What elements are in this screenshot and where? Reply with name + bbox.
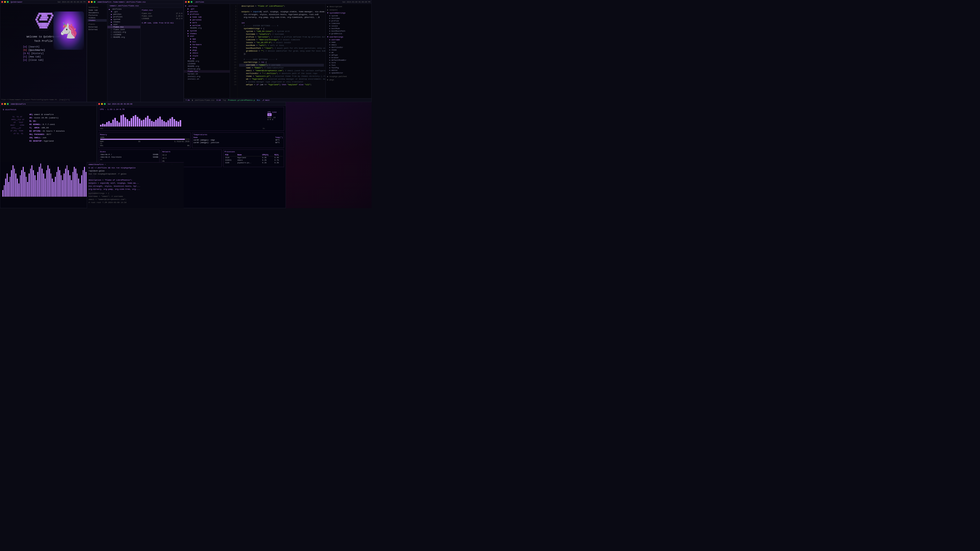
- fm-sidebar-pictures[interactable]: Pictures: [88, 14, 107, 17]
- fm-item-flakenix[interactable]: □ flake.nix: [107, 26, 140, 28]
- tree-installsh[interactable]: install.sh: [184, 78, 230, 80]
- tree-git[interactable]: ▶ .git: [184, 7, 230, 10]
- tree-readme-profiles[interactable]: README.org: [184, 27, 230, 29]
- tree-desktop-png[interactable]: desktop.png: [184, 68, 230, 70]
- fm-item-installog[interactable]: □ install.org: [107, 31, 140, 33]
- code-line-12: profile = "personal"; # select a profile…: [239, 36, 324, 38]
- tree-patches[interactable]: ▶ patches: [184, 10, 230, 13]
- neo-de-value: hyprland: [44, 139, 54, 143]
- tree-pkgs[interactable]: ▶ pkgs: [184, 49, 230, 52]
- tree-flakenix[interactable]: flake.nix: [184, 70, 230, 73]
- fm-item-profiles[interactable]: ▶ profiles: [107, 16, 140, 18]
- neo-max-dot[interactable]: [7, 103, 9, 105]
- mem-time-r: 0%: [187, 144, 189, 147]
- cpu-bar-item: [167, 121, 169, 127]
- tree-bin[interactable]: ▶ bin: [184, 40, 230, 43]
- tree-user[interactable]: ▼ user: [184, 35, 230, 38]
- min-dot[interactable]: [4, 1, 6, 3]
- fm-item-patches[interactable]: ▶ patches: [107, 13, 140, 16]
- tree-lang[interactable]: ▶ lang: [184, 46, 230, 49]
- qb-menu-newtab[interactable]: [t] [New tab]: [23, 56, 64, 58]
- tree-work[interactable]: ▶ work: [184, 21, 230, 24]
- htop-max-dot[interactable]: [104, 103, 106, 105]
- qb-menu-history[interactable]: [S h] [History]: [23, 52, 64, 55]
- tree-installorg[interactable]: install.org: [184, 75, 230, 78]
- fm-preview: flake.nix flake.nix 27.5 K flake.lock 2.…: [141, 8, 183, 102]
- tree-worklab[interactable]: ▶ worklab: [184, 24, 230, 27]
- rp-nixpkgs-section: ▶ nixpkgs-patched: [326, 75, 371, 78]
- proc-mem-1: 0.4%: [274, 156, 283, 159]
- viz-bar-item: [74, 167, 75, 197]
- fm-close-dot[interactable]: [88, 1, 90, 3]
- memory-bar-fill: [100, 139, 185, 140]
- tree-readme2[interactable]: README.org: [184, 65, 230, 68]
- tree-hardware[interactable]: ▶ hardware: [184, 43, 230, 46]
- fm-size-flake: flake.nix 27.5 K: [142, 12, 183, 15]
- editor-filetree: ▼ .dotfiles ▶ .git ▶ patches ▼ profiles …: [184, 4, 230, 98]
- fm-places-label: Places: [88, 23, 107, 26]
- tree-root[interactable]: ▼ .dotfiles: [184, 5, 230, 7]
- tree-wm[interactable]: ▶ wm: [184, 57, 230, 60]
- htop-close-dot[interactable]: [98, 103, 100, 105]
- fm-sidebar-documents[interactable]: Documents: [88, 11, 107, 14]
- fm-item-themes-folder[interactable]: ▶ themes: [107, 21, 140, 23]
- rp-grubdevice: ⚙ grubDevice: [326, 32, 371, 35]
- tree-style[interactable]: ▶ style: [184, 54, 230, 57]
- tree-shell[interactable]: ▶ shell: [184, 52, 230, 54]
- tree-themes-dir[interactable]: ▶ themes: [184, 32, 230, 35]
- tree-personal[interactable]: ▶ personal: [184, 18, 230, 21]
- fm-item-license[interactable]: □ LICENSE: [107, 33, 140, 36]
- fm-item-dotfiles[interactable]: ▶ .dotfiles: [107, 8, 140, 11]
- fm-item-flakelock[interactable]: □ flake.lock: [107, 28, 140, 31]
- file-icon-installorg: □: [110, 31, 113, 33]
- fm-sidebar-external2[interactable]: External: [88, 28, 107, 31]
- neo-arch-value: x86_64: [41, 126, 49, 129]
- fm-lock-name: flake.lock: [142, 15, 152, 17]
- fm-sidebar-homelab[interactable]: home lab: [88, 9, 107, 11]
- disks-title: Disks: [100, 151, 158, 153]
- tree-readme-root[interactable]: README.org: [184, 60, 230, 62]
- cpu-bar-item: [157, 118, 159, 127]
- neo-close-dot[interactable]: [1, 103, 3, 105]
- fm-item-user[interactable]: ▶ user: [107, 23, 140, 26]
- qb-label-search: [Search]: [29, 46, 40, 48]
- tree-license[interactable]: LICENSE: [184, 62, 230, 65]
- cpu-label: CPU like: [267, 111, 283, 113]
- tree-profiles[interactable]: ▼ profiles: [184, 13, 230, 16]
- fm-item-git[interactable]: ▼ .git: [107, 11, 140, 13]
- cpu-bar-item: [110, 123, 112, 127]
- editor-max-dot[interactable]: [191, 1, 192, 3]
- tree-app[interactable]: ▶ app: [184, 38, 230, 40]
- memory-zero: 0%: [100, 143, 189, 144]
- tc-term-cmd2: rapidash-galax: [89, 169, 182, 172]
- qb-menu-closetab[interactable]: [x] [Close tab]: [23, 59, 64, 62]
- proc-row-pipewire: 3186 pipewire-pu.. 0.1% 0.3%: [224, 162, 283, 164]
- fm-sidebar-themes[interactable]: themes: [88, 19, 107, 22]
- fm-sidebar-external1[interactable]: External: [88, 26, 107, 28]
- code-line-29: wmType = if (wm == "hyprland") then "way…: [239, 83, 324, 86]
- htop-min-dot[interactable]: [101, 103, 103, 105]
- memory-panel: Memory 100% RAM: 95 5.7618/02.20iB 0% 60…: [99, 132, 191, 148]
- editor-close-dot[interactable]: [185, 1, 187, 3]
- tree-system[interactable]: ▶ system: [184, 29, 230, 32]
- net-down: 56.0: [162, 154, 221, 157]
- viz-bar-item: [45, 179, 46, 197]
- fm-sidebar-videos[interactable]: Videos: [88, 17, 107, 19]
- max-dot[interactable]: [7, 1, 9, 3]
- tree-hardensh[interactable]: harden.sh: [184, 73, 230, 75]
- fm-item-readme[interactable]: □ README.org: [107, 36, 140, 38]
- qb-key-newtab: [t]: [23, 56, 27, 58]
- cpu-bar-item: [139, 119, 140, 127]
- close-dot[interactable]: [1, 1, 3, 3]
- tc-term-info: description = "Flake of LibrePhoenix"; o…: [89, 179, 182, 191]
- neo-shell-label: CN| SHELL:: [29, 136, 41, 139]
- neo-topbar-title: emmet@snowfire: [11, 103, 26, 105]
- editor-min-dot[interactable]: [188, 1, 189, 3]
- fm-item-system[interactable]: ▶ system: [107, 18, 140, 21]
- fm-max-dot[interactable]: [94, 1, 95, 3]
- neo-min-dot[interactable]: [4, 103, 6, 105]
- tree-homelab[interactable]: ▶ home lab: [184, 16, 230, 18]
- proc-mem-3: 0.3%: [274, 162, 283, 164]
- fm-min-dot[interactable]: [91, 1, 93, 3]
- ascii-logo: . . . . . . . . . . . ██████████████ . .…: [30, 9, 56, 33]
